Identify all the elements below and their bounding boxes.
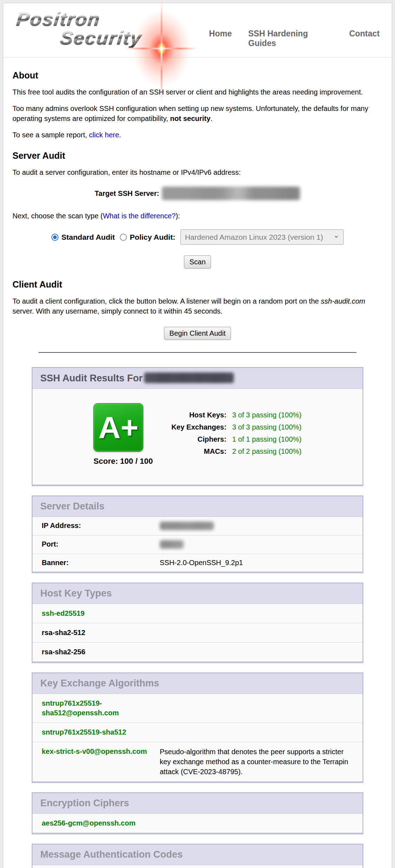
kex-name: kex-strict-s-v00@openssh.com: [42, 747, 150, 777]
list-item: rsa-sha2-256: [32, 642, 363, 661]
host-key-types-title: Host Key Types: [40, 588, 112, 599]
key-exchange-panel: Key Exchange Algorithms sntrup761x25519-…: [32, 672, 363, 783]
encryption-ciphers-panel: Encryption Ciphers aes256-gcm@openssh.co…: [32, 792, 363, 834]
logo-line-1: Positron: [15, 9, 101, 29]
key-exchange-title: Key Exchange Algorithms: [40, 678, 159, 689]
not-security-bold: not security: [170, 115, 210, 122]
stat-value: 2 of 2 passing (100%): [232, 447, 302, 456]
grade-badge: A+: [93, 403, 143, 452]
about-heading: About: [12, 70, 383, 81]
policy-audit-radio[interactable]: [120, 234, 127, 241]
begin-client-audit-button[interactable]: Begin Client Audit: [164, 327, 231, 340]
about-paragraph-2: Too many admins overlook SSH configurati…: [12, 103, 383, 123]
server-details-panel: Server Details IP Address: Port: Banner:…: [32, 496, 363, 573]
server-audit-heading: Server Audit: [12, 151, 383, 161]
host-key-name: ssh-ed25519: [42, 609, 150, 618]
audit-results-panel: SSH Audit Results For A+ Score: 100 / 10…: [32, 367, 363, 486]
standard-audit-radio[interactable]: [51, 234, 58, 241]
logo-line-2: Security: [59, 27, 143, 47]
table-row: IP Address:: [32, 517, 363, 535]
stat-label: Ciphers:: [171, 435, 227, 443]
redacted-port-value: [160, 540, 184, 549]
kex-name: sntrup761x25519-sha512@openssh.com: [42, 699, 150, 718]
main-nav: Home SSH Hardening Guides Contact: [209, 29, 380, 55]
nav-link-ssh-hardening-guides[interactable]: SSH Hardening Guides: [248, 29, 333, 55]
port-label: Port:: [42, 540, 150, 549]
sample-report-link[interactable]: click here: [89, 131, 119, 139]
stat-label: MACs:: [171, 447, 227, 456]
ssh-audit-domain-italic: ssh-audit.com: [321, 297, 365, 305]
ip-address-label: IP Address:: [42, 522, 150, 531]
list-item: ssh-ed25519: [32, 604, 363, 623]
scan-button[interactable]: Scan: [184, 255, 211, 269]
list-item: sntrup761x25519-sha512@openssh.com: [32, 694, 363, 722]
main-content-card: Positron Security Home SSH Hardening Gui…: [3, 3, 392, 868]
policy-audit-label: Policy Audit:: [130, 233, 175, 242]
standard-audit-label: Standard Audit: [61, 233, 115, 242]
about-paragraph-3: To see a sample report, click here.: [12, 130, 383, 140]
site-header: Positron Security Home SSH Hardening Gui…: [3, 3, 392, 57]
page-content: About This free tool audits the configur…: [3, 57, 392, 868]
results-stats: Host Keys: 3 of 3 passing (100%) Key Exc…: [171, 411, 302, 456]
target-server-row: Target SSH Server:: [12, 187, 383, 200]
target-server-input[interactable]: [162, 187, 300, 200]
scan-type-paragraph: Next, choose the scan type (What is the …: [12, 211, 383, 221]
policy-select[interactable]: Hardened Amazon Linux 2023 (version 1): [180, 229, 344, 245]
server-audit-intro: To audit a server configuration, enter i…: [12, 167, 383, 177]
scan-type-difference-link[interactable]: What is the difference?: [103, 212, 175, 220]
table-row: Banner: SSH-2.0-OpenSSH_9.2p1: [32, 554, 363, 572]
client-audit-paragraph: To audit a client configuration, click t…: [12, 296, 383, 316]
list-item: kex-strict-s-v00@openssh.comPseudo-algor…: [32, 742, 363, 781]
about-paragraph-1: This free tool audits the configuration …: [12, 87, 383, 97]
target-server-label: Target SSH Server:: [95, 189, 159, 198]
redacted-ip-value: [160, 522, 214, 530]
banner-label: Banner:: [42, 559, 150, 567]
host-key-name: rsa-sha2-512: [42, 628, 150, 638]
macs-title: Message Authentication Codes: [40, 849, 183, 860]
stat-label: Host Keys:: [171, 411, 227, 419]
grade-section: A+ Score: 100 / 100 Host Keys: 3 of 3 pa…: [32, 389, 363, 484]
results-divider: [39, 352, 357, 353]
server-details-title: Server Details: [40, 501, 104, 512]
cipher-name: aes256-gcm@openssh.com: [42, 818, 150, 828]
nav-link-home[interactable]: Home: [209, 29, 232, 55]
kex-name: sntrup761x25519-sha512: [42, 727, 150, 737]
redacted-target-hostname: [144, 372, 234, 383]
encryption-ciphers-title: Encryption Ciphers: [40, 798, 129, 808]
banner-value: SSH-2.0-OpenSSH_9.2p1: [160, 559, 353, 567]
policy-select-wrap: Hardened Amazon Linux 2023 (version 1): [180, 229, 344, 245]
stat-value: 3 of 3 passing (100%): [232, 423, 302, 431]
table-row: Port:: [32, 535, 363, 554]
host-key-types-panel: Host Key Types ssh-ed25519 rsa-sha2-512 …: [32, 583, 363, 663]
kex-note: Pseudo-algorithm that denotes the peer s…: [160, 747, 353, 777]
stat-value: 3 of 3 passing (100%): [232, 411, 302, 419]
audit-results-title: SSH Audit Results For: [40, 373, 143, 384]
list-item: hmac-sha2-512-etm@openssh.com: [32, 865, 363, 868]
scan-type-options: Standard Audit Policy Audit: Hardened Am…: [12, 229, 383, 245]
host-key-name: rsa-sha2-256: [42, 647, 150, 657]
score-label: Score: 100 / 100: [93, 457, 153, 466]
macs-panel: Message Authentication Codes hmac-sha2-5…: [32, 844, 363, 868]
nav-link-contact[interactable]: Contact: [349, 29, 380, 55]
positron-security-logo[interactable]: Positron Security: [15, 9, 209, 55]
stat-label: Key Exchanges:: [171, 423, 227, 431]
stat-value: 1 of 1 passing (100%): [232, 435, 302, 443]
list-item: sntrup761x25519-sha512: [32, 722, 363, 742]
client-audit-heading: Client Audit: [12, 279, 383, 290]
list-item: aes256-gcm@openssh.com: [32, 814, 363, 833]
list-item: rsa-sha2-512: [32, 623, 363, 642]
